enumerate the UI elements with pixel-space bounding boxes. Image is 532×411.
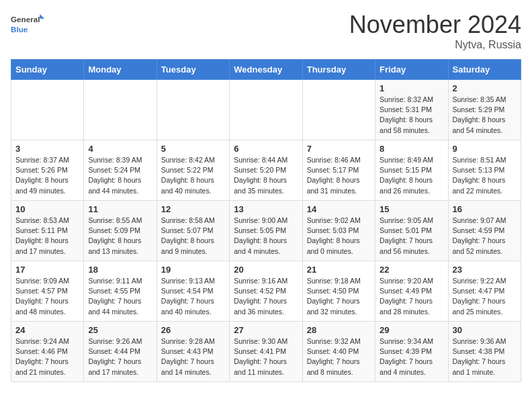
- calendar-cell: 1Sunrise: 8:32 AM Sunset: 5:31 PM Daylig…: [375, 80, 448, 140]
- calendar-cell: 22Sunrise: 9:20 AM Sunset: 4:49 PM Dayli…: [375, 261, 448, 322]
- day-info: Sunrise: 9:00 AM Sunset: 5:05 PM Dayligh…: [234, 216, 298, 257]
- calendar-cell: 12Sunrise: 8:58 AM Sunset: 5:07 PM Dayli…: [157, 201, 229, 261]
- day-info: Sunrise: 9:20 AM Sunset: 4:49 PM Dayligh…: [380, 276, 443, 317]
- calendar-cell: 15Sunrise: 9:05 AM Sunset: 5:01 PM Dayli…: [375, 201, 448, 261]
- day-number: 15: [380, 204, 443, 214]
- day-number: 23: [453, 265, 517, 275]
- day-number: 29: [380, 325, 443, 335]
- calendar-week-3: 10Sunrise: 8:53 AM Sunset: 5:11 PM Dayli…: [11, 201, 521, 261]
- day-info: Sunrise: 8:37 AM Sunset: 5:26 PM Dayligh…: [15, 155, 79, 196]
- day-number: 5: [161, 144, 225, 154]
- weekday-header-saturday: Saturday: [448, 60, 521, 80]
- calendar-week-4: 17Sunrise: 9:09 AM Sunset: 4:57 PM Dayli…: [11, 261, 521, 322]
- calendar-cell: 29Sunrise: 9:34 AM Sunset: 4:39 PM Dayli…: [375, 322, 448, 382]
- calendar-cell: [157, 80, 229, 140]
- calendar-cell: 21Sunrise: 9:18 AM Sunset: 4:50 PM Dayli…: [302, 261, 375, 322]
- weekday-header-thursday: Thursday: [302, 60, 375, 80]
- day-number: 30: [453, 325, 517, 335]
- calendar-cell: 10Sunrise: 8:53 AM Sunset: 5:11 PM Dayli…: [11, 201, 84, 261]
- calendar-cell: 19Sunrise: 9:13 AM Sunset: 4:54 PM Dayli…: [157, 261, 229, 322]
- day-info: Sunrise: 9:34 AM Sunset: 4:39 PM Dayligh…: [380, 336, 443, 377]
- day-number: 12: [161, 204, 225, 214]
- weekday-header-monday: Monday: [84, 60, 157, 80]
- calendar-cell: 30Sunrise: 9:36 AM Sunset: 4:38 PM Dayli…: [448, 322, 521, 382]
- weekday-header-tuesday: Tuesday: [157, 60, 229, 80]
- weekday-header-sunday: Sunday: [11, 60, 84, 80]
- calendar-cell: 8Sunrise: 8:49 AM Sunset: 5:15 PM Daylig…: [375, 140, 448, 201]
- calendar-cell: 16Sunrise: 9:07 AM Sunset: 4:59 PM Dayli…: [448, 201, 521, 261]
- day-info: Sunrise: 9:30 AM Sunset: 4:41 PM Dayligh…: [234, 336, 298, 377]
- day-info: Sunrise: 8:51 AM Sunset: 5:13 PM Dayligh…: [453, 155, 517, 196]
- calendar-cell: [302, 80, 375, 140]
- calendar-cell: 20Sunrise: 9:16 AM Sunset: 4:52 PM Dayli…: [230, 261, 302, 322]
- day-number: 25: [88, 325, 152, 335]
- day-number: 22: [380, 265, 443, 275]
- day-number: 3: [15, 144, 79, 154]
- day-info: Sunrise: 9:05 AM Sunset: 5:01 PM Dayligh…: [380, 216, 443, 257]
- day-number: 27: [234, 325, 298, 335]
- day-info: Sunrise: 9:02 AM Sunset: 5:03 PM Dayligh…: [307, 216, 371, 257]
- calendar-cell: 28Sunrise: 9:32 AM Sunset: 4:40 PM Dayli…: [302, 322, 375, 382]
- logo-svg: General Blue: [11, 11, 44, 38]
- day-info: Sunrise: 9:11 AM Sunset: 4:55 PM Dayligh…: [88, 276, 152, 317]
- calendar-cell: 14Sunrise: 9:02 AM Sunset: 5:03 PM Dayli…: [302, 201, 375, 261]
- logo: General Blue: [11, 11, 44, 38]
- location-title: Nytva, Russia: [349, 39, 521, 51]
- calendar-week-2: 3Sunrise: 8:37 AM Sunset: 5:26 PM Daylig…: [11, 140, 521, 201]
- calendar-week-5: 24Sunrise: 9:24 AM Sunset: 4:46 PM Dayli…: [11, 322, 521, 382]
- day-number: 21: [307, 265, 371, 275]
- header: General Blue November 2024 Nytva, Russia: [11, 11, 521, 51]
- day-info: Sunrise: 8:55 AM Sunset: 5:09 PM Dayligh…: [88, 216, 152, 257]
- day-info: Sunrise: 8:46 AM Sunset: 5:17 PM Dayligh…: [307, 155, 371, 196]
- day-info: Sunrise: 8:32 AM Sunset: 5:31 PM Dayligh…: [380, 95, 443, 136]
- calendar-cell: 4Sunrise: 8:39 AM Sunset: 5:24 PM Daylig…: [84, 140, 157, 201]
- calendar-cell: 25Sunrise: 9:26 AM Sunset: 4:44 PM Dayli…: [84, 322, 157, 382]
- day-info: Sunrise: 9:36 AM Sunset: 4:38 PM Dayligh…: [453, 336, 517, 377]
- day-info: Sunrise: 9:28 AM Sunset: 4:43 PM Dayligh…: [161, 336, 225, 377]
- day-number: 9: [453, 144, 517, 154]
- calendar-cell: 7Sunrise: 8:46 AM Sunset: 5:17 PM Daylig…: [302, 140, 375, 201]
- day-number: 26: [161, 325, 225, 335]
- day-number: 6: [234, 144, 298, 154]
- calendar-cell: [84, 80, 157, 140]
- day-info: Sunrise: 8:58 AM Sunset: 5:07 PM Dayligh…: [161, 216, 225, 257]
- svg-text:General: General: [11, 15, 40, 24]
- day-number: 1: [380, 83, 443, 93]
- day-info: Sunrise: 8:35 AM Sunset: 5:29 PM Dayligh…: [453, 95, 517, 136]
- calendar-cell: 2Sunrise: 8:35 AM Sunset: 5:29 PM Daylig…: [448, 80, 521, 140]
- day-info: Sunrise: 9:22 AM Sunset: 4:47 PM Dayligh…: [453, 276, 517, 317]
- day-info: Sunrise: 9:26 AM Sunset: 4:44 PM Dayligh…: [88, 336, 152, 377]
- calendar-cell: 9Sunrise: 8:51 AM Sunset: 5:13 PM Daylig…: [448, 140, 521, 201]
- day-info: Sunrise: 9:13 AM Sunset: 4:54 PM Dayligh…: [161, 276, 225, 317]
- day-number: 16: [453, 204, 517, 214]
- calendar-cell: 26Sunrise: 9:28 AM Sunset: 4:43 PM Dayli…: [157, 322, 229, 382]
- calendar-cell: 5Sunrise: 8:42 AM Sunset: 5:22 PM Daylig…: [157, 140, 229, 201]
- day-info: Sunrise: 9:09 AM Sunset: 4:57 PM Dayligh…: [15, 276, 79, 317]
- day-number: 24: [15, 325, 79, 335]
- calendar-cell: 11Sunrise: 8:55 AM Sunset: 5:09 PM Dayli…: [84, 201, 157, 261]
- day-info: Sunrise: 9:16 AM Sunset: 4:52 PM Dayligh…: [234, 276, 298, 317]
- title-area: November 2024 Nytva, Russia: [349, 11, 521, 51]
- day-info: Sunrise: 8:44 AM Sunset: 5:20 PM Dayligh…: [234, 155, 298, 196]
- weekday-header-friday: Friday: [375, 60, 448, 80]
- day-info: Sunrise: 9:32 AM Sunset: 4:40 PM Dayligh…: [307, 336, 371, 377]
- calendar-week-1: 1Sunrise: 8:32 AM Sunset: 5:31 PM Daylig…: [11, 80, 521, 140]
- day-number: 19: [161, 265, 225, 275]
- day-number: 14: [307, 204, 371, 214]
- day-number: 11: [88, 204, 152, 214]
- day-info: Sunrise: 8:39 AM Sunset: 5:24 PM Dayligh…: [88, 155, 152, 196]
- calendar-cell: [11, 80, 84, 140]
- calendar-table: SundayMondayTuesdayWednesdayThursdayFrid…: [11, 59, 521, 382]
- calendar-cell: 18Sunrise: 9:11 AM Sunset: 4:55 PM Dayli…: [84, 261, 157, 322]
- day-info: Sunrise: 8:49 AM Sunset: 5:15 PM Dayligh…: [380, 155, 443, 196]
- calendar-cell: 23Sunrise: 9:22 AM Sunset: 4:47 PM Dayli…: [448, 261, 521, 322]
- day-number: 7: [307, 144, 371, 154]
- day-number: 28: [307, 325, 371, 335]
- day-info: Sunrise: 9:07 AM Sunset: 4:59 PM Dayligh…: [453, 216, 517, 257]
- day-number: 13: [234, 204, 298, 214]
- day-info: Sunrise: 8:42 AM Sunset: 5:22 PM Dayligh…: [161, 155, 225, 196]
- day-number: 4: [88, 144, 152, 154]
- calendar-cell: 24Sunrise: 9:24 AM Sunset: 4:46 PM Dayli…: [11, 322, 84, 382]
- day-number: 10: [15, 204, 79, 214]
- calendar-cell: 27Sunrise: 9:30 AM Sunset: 4:41 PM Dayli…: [230, 322, 302, 382]
